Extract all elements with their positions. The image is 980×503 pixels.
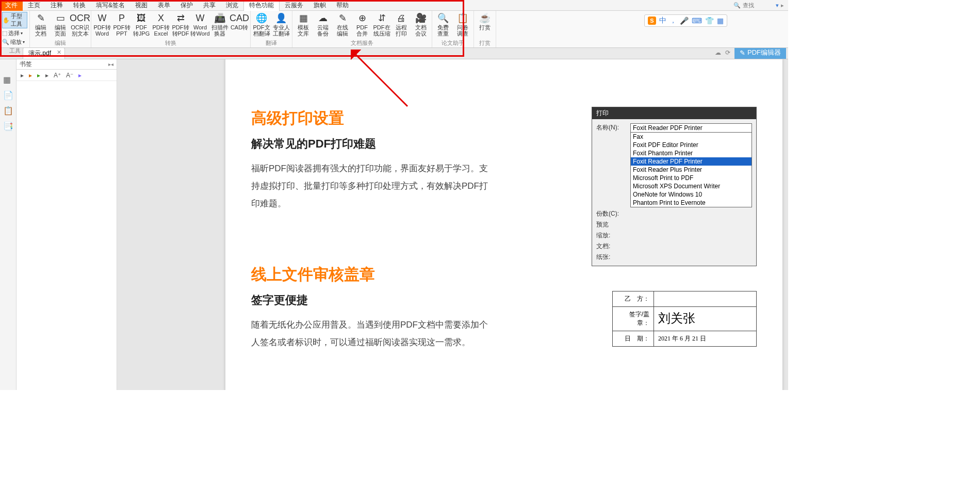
party-label: 乙 方： (613, 291, 654, 306)
zoom-tool[interactable]: 🔍缩放▾ (2, 38, 27, 46)
panel-collapse-icon[interactable]: ▸◂ (108, 61, 113, 67)
rail-thumbnail-icon[interactable]: ▦ (3, 75, 13, 85)
ribbon-btn-label: 扫描件 换器 (211, 24, 228, 37)
ribbon-btn-1-1[interactable]: PPDF转 PPT (113, 12, 130, 39)
printer-option[interactable]: Microsoft Print to PDF (631, 174, 752, 182)
bm-more-icon[interactable]: ▸ (78, 72, 81, 79)
bm-del-icon[interactable]: ▸ (37, 72, 40, 79)
menu-browse[interactable]: 浏览 (221, 0, 243, 11)
ime-bar[interactable]: S 中 ， 🎤 ⌨ 👕 ▦ (644, 14, 727, 27)
printer-option[interactable]: Foxit PDF Editor Printer (631, 141, 752, 149)
ribbon-btn-1-4[interactable]: ⇄PDF转 转PDF (172, 12, 189, 39)
ribbon-btn-1-5[interactable]: WWord 转Word (191, 12, 209, 39)
printer-select[interactable]: Foxit Reader PDF Printer (630, 123, 752, 133)
pd-paper-label: 纸张: (596, 253, 626, 262)
ribbon-btn-5-0[interactable]: ☕打赏 (476, 12, 494, 39)
menu-form[interactable]: 表单 (153, 0, 175, 11)
menu-bar: 文件 主页 注释 转换 填写&签名 视图 表单 保护 共享 浏览 特色功能 云服… (0, 0, 788, 11)
ribbon-btn-icon: 📠 (214, 12, 226, 24)
ribbon-btn-4-0[interactable]: 🔍免费 查重 (434, 12, 452, 39)
pd-zoom-label: 缩放: (596, 231, 626, 240)
bm-find-icon[interactable]: ▸ (45, 72, 48, 79)
ribbon-btn-0-1[interactable]: ▭编辑 页面 (52, 12, 69, 39)
search-next-icon[interactable]: ▸ (781, 2, 784, 9)
ime-menu-icon[interactable]: ▦ (717, 17, 724, 25)
close-tab-icon[interactable]: ✕ (57, 49, 61, 56)
ribbon-btn-1-0[interactable]: WPDF转 Word (93, 12, 111, 39)
ribbon-btn-3-3[interactable]: ⊕PDF 合并 (353, 12, 371, 39)
ribbon-btn-3-0[interactable]: ▦模板 文库 (295, 12, 312, 39)
ribbon-btn-icon: 🖨 (395, 12, 407, 24)
printer-option[interactable]: Foxit Reader PDF Printer (631, 157, 752, 166)
ribbon-btn-label: PDF文 档翻译 (253, 24, 270, 37)
ribbon-group-2: 🌐PDF文 档翻译👤专业人 工翻译翻译 (251, 11, 292, 47)
menu-share[interactable]: 共享 (198, 0, 221, 11)
ribbon-btn-3-1[interactable]: ☁云端 备份 (314, 12, 332, 39)
ribbon-btn-3-5[interactable]: 🖨远程 打印 (393, 12, 410, 39)
search-input[interactable] (743, 2, 774, 8)
ribbon-group-label: 翻译 (266, 39, 277, 47)
ribbon-group-label: 论文助手 (442, 39, 464, 47)
menu-fillsign[interactable]: 填写&签名 (91, 0, 130, 11)
menu-flag[interactable]: 旗帜 (308, 0, 331, 11)
menu-home[interactable]: 主页 (23, 0, 45, 11)
printer-option[interactable]: Microsoft XPS Document Writer (631, 182, 752, 190)
ribbon-btn-2-1[interactable]: 👤专业人 工翻译 (272, 12, 290, 39)
document-view[interactable]: 高级打印设置 解决常见的PDF打印难题 福昕PDF阅读器拥有强大的打印功能，界面… (117, 59, 788, 390)
select-tool[interactable]: ⬚选择▾ (2, 29, 27, 37)
ribbon-btn-3-6[interactable]: 🎥文档 会议 (412, 12, 430, 39)
ribbon-btn-label: PDF转 PPT (113, 24, 130, 37)
printer-option[interactable]: Foxit Phantom Printer (631, 149, 752, 157)
bm-font-dec[interactable]: A⁻ (66, 72, 73, 79)
bm-add-icon[interactable]: ▸ (29, 72, 32, 79)
ribbon-btn-icon: 👤 (275, 12, 287, 24)
ribbon-btn-1-3[interactable]: XPDF转 Excel (152, 12, 170, 39)
cloud-icon[interactable]: ☁ (715, 49, 721, 56)
printer-option[interactable]: OneNote for Windows 10 (631, 190, 752, 199)
ime-skin-icon[interactable]: 👕 (705, 17, 714, 25)
menu-cloud[interactable]: 云服务 (280, 0, 308, 11)
ribbon-btn-0-0[interactable]: ✎编辑 文档 (32, 12, 50, 39)
menu-view[interactable]: 视图 (130, 0, 153, 11)
bm-expand-icon[interactable]: ▸ (21, 72, 24, 79)
ime-mic-icon[interactable]: 🎤 (680, 17, 689, 25)
menu-help[interactable]: 帮助 (331, 0, 354, 11)
ime-keyboard-icon[interactable]: ⌨ (692, 17, 702, 25)
doc-tab-label: 演示.pdf (28, 50, 51, 57)
search-icon: 🔍 (733, 2, 741, 9)
ribbon-group-5: ☕打赏打赏 (474, 11, 496, 47)
left-rail: ▦ 📄 📋 📑 (0, 59, 17, 390)
ime-punct-icon[interactable]: ， (669, 16, 677, 25)
menu-protect[interactable]: 保护 (175, 0, 198, 11)
rail-clipboard-icon[interactable]: 📋 (3, 106, 13, 116)
pdf-editor-button[interactable]: ✎ PDF编辑器 (734, 46, 786, 59)
ime-lang[interactable]: 中 (659, 16, 666, 25)
hand-tool[interactable]: ✋手型工具 (2, 12, 27, 28)
printer-dropdown[interactable]: FaxFoxit PDF Editor PrinterFoxit Phantom… (630, 133, 752, 207)
sync-icon[interactable]: ⟳ (725, 49, 730, 56)
ribbon-btn-2-0[interactable]: 🌐PDF文 档翻译 (253, 12, 270, 39)
menu-convert[interactable]: 转换 (68, 0, 91, 11)
printer-option[interactable]: Fax (631, 133, 752, 141)
menu-special[interactable]: 特色功能 (243, 0, 280, 11)
ribbon-btn-0-2[interactable]: OCROCR识 别文本 (71, 12, 89, 39)
menu-comment[interactable]: 注释 (45, 0, 68, 11)
ribbon-group-label: 打赏 (479, 39, 491, 47)
ribbon-btn-3-2[interactable]: ✎在线 编辑 (334, 12, 351, 39)
rail-note-icon[interactable]: 📑 (3, 121, 13, 132)
ribbon-btn-3-4[interactable]: ⇵PDF在 线压缩 (373, 12, 390, 39)
ribbon-btn-icon: P (116, 12, 128, 24)
doc-tab[interactable]: 演示.pdf ✕ (23, 47, 65, 59)
menu-file[interactable]: 文件 (0, 0, 23, 11)
ribbon-btn-1-7[interactable]: CADCAD转 (231, 12, 248, 39)
bm-font-inc[interactable]: A⁺ (54, 72, 61, 79)
printer-option[interactable]: Phantom Print to Evernote (631, 199, 752, 207)
rail-page-icon[interactable]: 📄 (3, 90, 13, 101)
ribbon-btn-1-6[interactable]: 📠扫描件 换器 (211, 12, 228, 39)
menu-search[interactable]: 🔍 ▾ ▸ (733, 2, 788, 9)
ribbon-btn-label: 编辑 页面 (55, 24, 66, 37)
ribbon-btn-1-2[interactable]: 🖼PDF 转JPG (133, 12, 150, 39)
printer-option[interactable]: Foxit Reader Plus Printer (631, 166, 752, 174)
ribbon-btn-4-1[interactable]: 📋问卷 调查 (454, 12, 471, 39)
search-dropdown-icon[interactable]: ▾ (776, 2, 779, 9)
